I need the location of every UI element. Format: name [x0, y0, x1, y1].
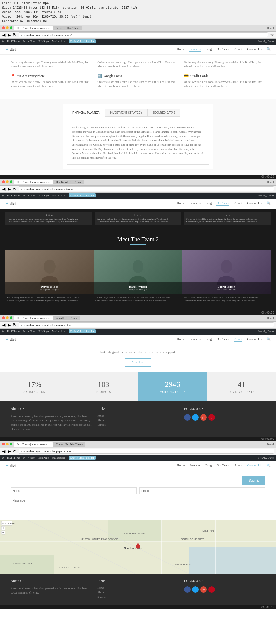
url-input-1[interactable]: divimodernlayout.com/index.php/services/: [19, 32, 268, 37]
refresh-icon-3[interactable]: ↻: [13, 322, 16, 328]
url-input-2[interactable]: divimodernlayout.com/index.php/our-team/: [19, 186, 274, 191]
wp-marketplace[interactable]: Marketplace: [52, 40, 65, 43]
nav-about-3[interactable]: About: [234, 337, 242, 342]
footer-link-services[interactable]: Services: [97, 423, 178, 426]
nav-ourteam-2[interactable]: Our Team: [216, 201, 229, 206]
tab-3-1[interactable]: Divi Theme | how to make a ...: [14, 316, 53, 320]
maximize-button-2[interactable]: [10, 180, 12, 183]
contact-footer-link-about[interactable]: About: [97, 591, 178, 594]
nav-services-3[interactable]: Services: [189, 337, 201, 342]
wp-divi[interactable]: Divi Theme: [7, 40, 20, 43]
close-button-3[interactable]: [2, 316, 5, 319]
nav-contact-3[interactable]: Contact Us: [247, 337, 262, 342]
tab-3-2[interactable]: About | Divi Theme: [53, 316, 80, 320]
email-input[interactable]: [139, 487, 265, 494]
maximize-button-4[interactable]: [10, 443, 12, 445]
nav-blog-4[interactable]: Blog: [205, 464, 212, 468]
forward-icon[interactable]: ▶: [8, 32, 11, 38]
wp-edit-3[interactable]: Edit Page: [38, 330, 49, 333]
footer-link-home[interactable]: Home: [97, 414, 178, 417]
nav-blog-2[interactable]: Blog: [205, 201, 212, 206]
contact-googleplus-icon[interactable]: g+: [200, 586, 207, 593]
minimize-button[interactable]: [6, 26, 9, 29]
wp-divi-3[interactable]: Divi Theme: [7, 330, 20, 333]
nav-contact-4[interactable]: Contact Us: [247, 464, 262, 468]
twitter-icon[interactable]: t: [192, 414, 199, 421]
nav-home-3[interactable]: Home: [177, 337, 185, 342]
search-icon-2[interactable]: 🔍: [267, 201, 271, 206]
contact-pinterest-icon[interactable]: p: [208, 586, 215, 593]
nav-home-2[interactable]: Home: [177, 201, 185, 206]
nav-ourteam-4[interactable]: Our Team: [216, 464, 229, 468]
pinterest-icon[interactable]: p: [208, 414, 215, 421]
nav-contact-2[interactable]: Contact Us: [247, 201, 262, 206]
wp-visual-builder-3[interactable]: Enable Visual Builder: [69, 329, 96, 333]
tab-2-2[interactable]: Our Team | Divi Theme: [53, 180, 84, 184]
back-icon-3[interactable]: ◀: [2, 322, 5, 328]
wp-new-3[interactable]: + New: [28, 330, 35, 333]
forward-icon-4[interactable]: ▶: [8, 449, 11, 454]
tab-2[interactable]: Services | Divi Theme: [53, 26, 82, 30]
maximize-button[interactable]: [10, 26, 12, 29]
wp-edit-4[interactable]: Edit Page: [38, 456, 49, 459]
wp-marketplace-4[interactable]: Marketplace: [52, 456, 65, 459]
minimize-button-2[interactable]: [6, 180, 9, 183]
nav-about-2[interactable]: About: [234, 201, 242, 206]
googleplus-icon[interactable]: g+: [200, 414, 207, 421]
refresh-icon-2[interactable]: ↻: [13, 186, 16, 192]
wp-marketplace-2[interactable]: Marketplace: [52, 194, 65, 197]
close-button-4[interactable]: [2, 443, 5, 445]
forward-icon-3[interactable]: ▶: [8, 322, 11, 328]
tab-investment[interactable]: INVESTMENT STRATEGY: [105, 109, 147, 117]
name-input[interactable]: [11, 487, 137, 494]
message-input[interactable]: [11, 497, 265, 513]
tab-2-1[interactable]: Divi Theme | how to make a ...: [14, 180, 53, 184]
nav-blog-3[interactable]: Blog: [205, 337, 212, 342]
footer-link-about[interactable]: About: [97, 419, 178, 422]
back-icon-2[interactable]: ◀: [2, 186, 5, 192]
nav-services-1[interactable]: Services: [189, 47, 201, 52]
contact-footer-link-home[interactable]: Home: [97, 586, 178, 589]
nav-contact-1[interactable]: Contact Us: [247, 47, 262, 52]
maximize-button-3[interactable]: [10, 316, 12, 319]
tab-4-1[interactable]: Divi Theme | how to make a ...: [14, 442, 53, 447]
nav-about-4[interactable]: About: [234, 464, 242, 468]
wp-divi-2[interactable]: Divi Theme: [7, 194, 20, 197]
back-icon[interactable]: ◀: [2, 32, 5, 38]
wp-new-2[interactable]: + New: [28, 194, 35, 197]
wp-visual-builder[interactable]: Enable Visual Builder: [69, 39, 96, 43]
nav-ourteam-1[interactable]: Our Team: [216, 47, 229, 52]
facebook-icon[interactable]: f: [184, 414, 191, 421]
nav-blog-1[interactable]: Blog: [205, 47, 212, 52]
nav-ourteam-3[interactable]: Our Team: [216, 337, 229, 342]
url-input-4[interactable]: divimodernlayout.com/index.php/contact-u…: [19, 449, 274, 454]
url-input-3[interactable]: divimodernlayout.com/index.php/about-2/: [19, 322, 274, 327]
search-icon-4[interactable]: 🔍: [267, 464, 271, 468]
wp-new-4[interactable]: + New: [28, 456, 35, 459]
nav-services-4[interactable]: Services: [189, 464, 201, 468]
wp-visual-builder-4[interactable]: Enable Visual Builder: [69, 456, 96, 460]
wp-marketplace-3[interactable]: Marketplace: [52, 330, 65, 333]
tab-secured[interactable]: SECURED DATAS: [147, 109, 180, 117]
tab-4-2[interactable]: Contact Us | Divi Theme: [53, 442, 85, 447]
back-icon-4[interactable]: ◀: [2, 449, 5, 454]
nav-services-2[interactable]: Services: [189, 201, 201, 206]
minimize-button-3[interactable]: [6, 316, 9, 319]
minimize-button-4[interactable]: [6, 443, 9, 445]
wp-visual-builder-2[interactable]: Enable Visual Builder: [69, 193, 96, 197]
refresh-icon[interactable]: ↻: [13, 32, 16, 38]
wp-edit-2[interactable]: Edit Page: [38, 194, 49, 197]
wp-new[interactable]: + New: [28, 40, 35, 43]
forward-icon-2[interactable]: ▶: [8, 186, 11, 192]
tab-1-active[interactable]: Divi Theme | how to make a ...: [14, 26, 53, 30]
search-icon[interactable]: 🔍: [267, 47, 271, 52]
wp-edit[interactable]: Edit Page: [38, 40, 49, 43]
close-button-2[interactable]: [2, 180, 5, 183]
nav-home-1[interactable]: Home: [177, 47, 185, 52]
buy-now-button[interactable]: Buy Now!: [125, 358, 151, 367]
bookmark-icon[interactable]: ☆: [270, 32, 274, 38]
contact-twitter-icon[interactable]: t: [192, 586, 199, 593]
nav-about-1[interactable]: About: [234, 47, 242, 52]
contact-facebook-icon[interactable]: f: [184, 586, 191, 593]
tab-financial[interactable]: FINANCIAL PLANNER: [67, 109, 105, 117]
